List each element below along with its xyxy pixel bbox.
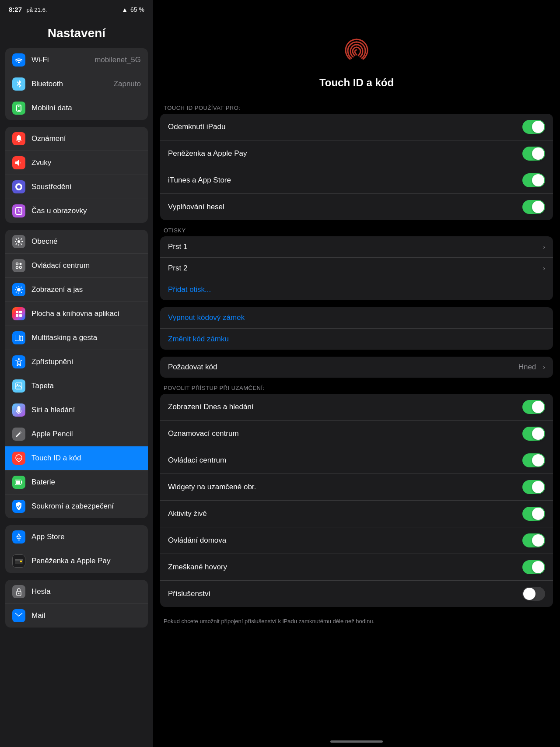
sidebar-item-screentime[interactable]: Čas u obrazovky	[5, 199, 148, 223]
sidebar-item-display[interactable]: Zobrazení a jas	[5, 278, 148, 302]
sidebar-item-siri[interactable]: Siri a hledání	[5, 398, 148, 422]
lockscreen-group: Zobrazení Dnes a hledání Oznamovací cent…	[160, 394, 553, 607]
accessibility-icon	[12, 355, 25, 368]
missedcalls-label: Zmeškané hovory	[168, 563, 517, 572]
accessories-toggle[interactable]	[522, 587, 545, 601]
appstore-label: App Store	[32, 533, 141, 541]
bluetooth-label: Bluetooth	[32, 80, 108, 88]
sidebar-section-system1: Oznámení Zvuky Soustředění Čas u obrazov…	[5, 127, 148, 223]
accessibility-label: Zpřístupnění	[32, 358, 141, 366]
require-passcode-value: Hned	[518, 363, 536, 372]
fingerprints-group: Prst 1 › Prst 2 › Přidat otisk...	[160, 236, 553, 300]
finger1-row[interactable]: Prst 1 ›	[160, 236, 553, 258]
itunes-label: iTunes a App Store	[168, 176, 517, 185]
svg-point-4	[18, 240, 20, 243]
today-toggle[interactable]	[522, 400, 545, 414]
activity-toggle[interactable]	[522, 507, 545, 521]
wallet-label: Peněženka a Apple Pay	[32, 557, 141, 565]
itunes-row[interactable]: iTunes a App Store	[160, 167, 553, 194]
sidebar-item-controlcenter[interactable]: Ovládací centrum	[5, 254, 148, 278]
sidebar-item-passwords[interactable]: Hesla	[5, 580, 148, 604]
fingerprint-icon	[339, 33, 374, 68]
widgets-row[interactable]: Widgety na uzamčené obr.	[160, 474, 553, 501]
missedcalls-toggle[interactable]	[522, 560, 545, 574]
sidebar-item-wallpaper[interactable]: Tapeta	[5, 374, 148, 398]
accessories-row[interactable]: Příslušenství	[160, 581, 553, 607]
svg-point-5	[16, 263, 18, 265]
widgets-toggle[interactable]	[522, 480, 545, 494]
homecontrol-row[interactable]: Ovládání domova	[160, 527, 553, 554]
finger2-chevron: ›	[543, 265, 545, 272]
svg-rect-13	[19, 314, 22, 317]
sidebar-item-bluetooth[interactable]: Bluetooth Zapnuto	[5, 72, 148, 96]
homecontrol-label: Ovládání domova	[168, 536, 517, 545]
finger2-row[interactable]: Prst 2 ›	[160, 258, 553, 279]
appstore-icon	[12, 530, 25, 544]
require-passcode-label: Požadovat kód	[168, 363, 513, 372]
missedcalls-row[interactable]: Zmeškané hovory	[160, 554, 553, 581]
disable-passcode-label: Vypnout kódový zámek	[168, 313, 545, 322]
svg-rect-24	[20, 561, 22, 562]
touchid-label: Touch ID a kód	[32, 454, 141, 463]
svg-rect-14	[15, 335, 19, 341]
sidebar-item-mail[interactable]: Mail	[5, 604, 148, 628]
sidebar-item-multitasking[interactable]: Multitasking a gesta	[5, 326, 148, 350]
wallet-row[interactable]: Peněženka a Apple Pay	[160, 140, 553, 167]
sidebar-item-battery[interactable]: Baterie	[5, 470, 148, 494]
require-passcode-group: Požadovat kód Hned ›	[160, 357, 553, 378]
sidebar-item-focus[interactable]: Soustředění	[5, 175, 148, 199]
multitasking-icon	[12, 331, 25, 344]
touchid-group: Odemknutí iPadu Peněženka a Apple Pay iT…	[160, 114, 553, 220]
notifcenter-label: Oznamovací centrum	[168, 429, 517, 438]
svg-point-16	[18, 358, 20, 360]
sidebar-item-sounds[interactable]: Zvuky	[5, 151, 148, 175]
sidebar-item-appstore[interactable]: App Store	[5, 525, 148, 549]
general-icon	[12, 235, 25, 248]
notifcenter-row[interactable]: Oznamovací centrum	[160, 421, 553, 447]
controlcenter-lock-toggle[interactable]	[522, 453, 545, 467]
pencil-label: Apple Pencil	[32, 430, 141, 438]
wallpaper-label: Tapeta	[32, 382, 141, 390]
sidebar-item-general[interactable]: Obecné	[5, 230, 148, 254]
sidebar-item-notifications[interactable]: Oznámení	[5, 127, 148, 151]
focus-icon	[12, 180, 25, 193]
itunes-toggle[interactable]	[522, 173, 545, 187]
controlcenter-lock-label: Ovládací centrum	[168, 456, 517, 465]
controlcenter-label: Ovládací centrum	[32, 261, 141, 270]
sidebar-item-touchid[interactable]: Touch ID a kód	[5, 446, 148, 470]
change-passcode-row[interactable]: Změnit kód zámku	[160, 329, 553, 350]
today-label: Zobrazení Dnes a hledání	[168, 403, 517, 411]
sidebar-section-system2: Obecné Ovládací centrum Zobrazení a jas …	[5, 230, 148, 518]
passwords-toggle[interactable]	[522, 200, 545, 214]
svg-point-7	[16, 267, 18, 269]
notifcenter-toggle[interactable]	[522, 427, 545, 441]
bluetooth-icon	[12, 77, 25, 91]
disable-passcode-row[interactable]: Vypnout kódový zámek	[160, 307, 553, 329]
activity-row[interactable]: Aktivity živě	[160, 501, 553, 527]
sidebar-item-privacy[interactable]: Soukromí a zabezpečení	[5, 494, 148, 518]
sidebar-item-accessibility[interactable]: Zpřístupnění	[5, 350, 148, 374]
notifications-label: Oznámení	[32, 134, 141, 143]
sidebar-item-wallet[interactable]: Peněženka a Apple Pay	[5, 549, 148, 573]
controlcenter-lock-row[interactable]: Ovládací centrum	[160, 447, 553, 474]
today-row[interactable]: Zobrazení Dnes a hledání	[160, 394, 553, 421]
sidebar-item-homescreen[interactable]: Plocha a knihovna aplikací	[5, 302, 148, 326]
mobile-label: Mobilní data	[32, 104, 141, 112]
require-passcode-row[interactable]: Požadovat kód Hned ›	[160, 357, 553, 378]
add-fingerprint-row[interactable]: Přidat otisk...	[160, 279, 553, 300]
unlock-row[interactable]: Odemknutí iPadu	[160, 114, 553, 140]
lockscreen-section-label: POVOLIT PŘÍSTUP PŘI UZAMČENÍ:	[153, 385, 560, 391]
svg-rect-21	[16, 480, 20, 484]
main-header: Touch ID a kód	[153, 0, 560, 98]
wallet-toggle[interactable]	[522, 147, 545, 161]
sidebar-item-mobile[interactable]: Mobilní data	[5, 96, 148, 120]
wifi-icon: ▲	[122, 6, 128, 13]
widgets-label: Widgety na uzamčené obr.	[168, 483, 517, 491]
homecontrol-toggle[interactable]	[522, 533, 545, 547]
unlock-toggle[interactable]	[522, 120, 545, 134]
sidebar-item-wifi[interactable]: Wi-Fi mobilenet_5G	[5, 48, 148, 72]
passwords-row[interactable]: Vyplňování hesel	[160, 194, 553, 220]
bluetooth-value: Zapnuto	[114, 80, 141, 88]
mail-icon	[12, 609, 25, 622]
sidebar-item-pencil[interactable]: Apple Pencil	[5, 422, 148, 446]
